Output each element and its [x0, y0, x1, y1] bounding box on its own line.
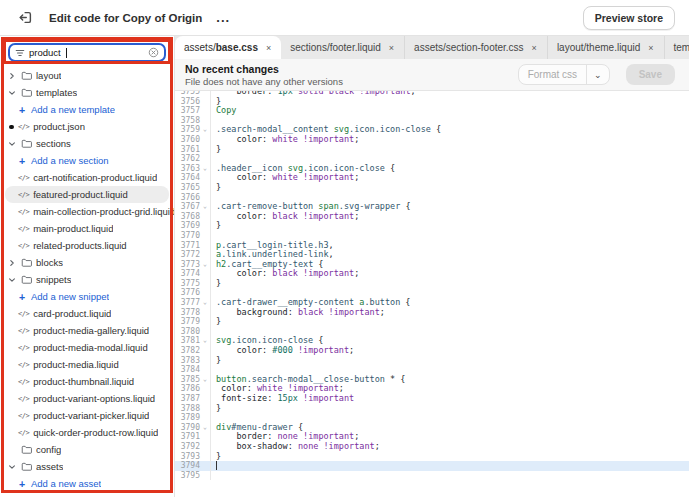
tree-item-label: product.json [33, 121, 85, 132]
fold-spacer [200, 241, 210, 251]
code-line-3775[interactable]: 3775} [175, 279, 689, 289]
line-number: 3768 [175, 212, 200, 222]
tree-folder-layout[interactable]: layout [0, 67, 174, 84]
tree-file-featured-product-liquid[interactable]: </>featured-product.liquid [5, 186, 169, 203]
clear-search-button[interactable] [148, 47, 159, 58]
line-number: 3793 [175, 452, 200, 462]
code-line-3761[interactable]: 3761} [175, 145, 689, 155]
file-tree: layouttemplates+Add a new template</>pro… [0, 67, 174, 492]
tab-assets-base-css[interactable]: assets/base.css× [175, 36, 281, 59]
chevron-down-icon[interactable]: ⌄ [586, 65, 609, 84]
code-line-3783[interactable]: 3783} [175, 356, 689, 366]
preview-store-button[interactable]: Preview store [583, 6, 675, 30]
tab-close-icon[interactable]: × [388, 43, 395, 53]
tree-file-product-variant-picker-liquid[interactable]: </>product-variant-picker.liquid [0, 407, 174, 424]
tab-sections-footer-liquid[interactable]: sections/footer.liquid× [281, 36, 405, 59]
more-actions-button[interactable]: ... [210, 12, 236, 24]
search-input[interactable]: product [8, 43, 166, 62]
tree-add-add-a-new-asset[interactable]: +Add a new asset [0, 475, 174, 492]
code-line-3765[interactable]: 3765} [175, 183, 689, 193]
line-number: 3790 [175, 423, 200, 433]
tab-close-icon[interactable]: × [647, 43, 654, 53]
tree-file-product-media-modal-liquid[interactable]: </>product-media-modal.liquid [0, 339, 174, 356]
code-text: color: white !important; [216, 173, 359, 183]
tree-file-cart-notification-product-liquid[interactable]: </>cart-notification-product.liquid [0, 169, 174, 186]
code-text: } [216, 317, 221, 327]
gutter: 3782 [175, 346, 211, 356]
tree-file-main-collection-product-grid-liquid[interactable]: </>main-collection-product-grid.liquid [0, 203, 174, 220]
fold-toggle-icon[interactable]: ⌄ [200, 298, 210, 308]
tree-file-quick-order-product-row-liquid[interactable]: </>quick-order-product-row.liquid [0, 424, 174, 441]
tree-folder-blocks[interactable]: blocks [0, 254, 174, 271]
code-line-3793[interactable]: 3793} [175, 452, 689, 462]
code-text: color: black !important; [216, 269, 359, 279]
fold-toggle-icon[interactable]: ⌄ [200, 375, 210, 385]
code-line-3792[interactable]: 3792 box-shadow: none !important; [175, 442, 689, 452]
format-css-button[interactable]: Format css ⌄ [518, 64, 610, 85]
tree-file-card-product-liquid[interactable]: </>card-product.liquid [0, 305, 174, 322]
tree-file-related-products-liquid[interactable]: </>related-products.liquid [0, 237, 174, 254]
tree-folder-templates[interactable]: templates [0, 84, 174, 101]
code-line-3788[interactable]: 3788} [175, 404, 689, 414]
code-line-3764[interactable]: 3764 color: white !important; [175, 173, 689, 183]
fold-spacer [200, 193, 210, 203]
tree-add-add-a-new-section[interactable]: +Add a new section [0, 152, 174, 169]
code-line-3769[interactable]: 3769} [175, 221, 689, 231]
fold-spacer [200, 250, 210, 260]
tree-file-product-json[interactable]: </>product.json [0, 118, 174, 135]
search-wrap: product [0, 36, 174, 64]
tree-folder-snippets[interactable]: snippets [0, 271, 174, 288]
version-info: No recent changes File does not have any… [185, 63, 343, 87]
fold-toggle-icon[interactable]: ⌄ [200, 260, 210, 270]
tree-file-product-media-liquid[interactable]: </>product-media.liquid [0, 356, 174, 373]
line-number: 3763 [175, 164, 200, 174]
fold-toggle-icon[interactable]: ⌄ [200, 336, 210, 346]
fold-toggle-icon[interactable]: ⌄ [200, 202, 210, 212]
fold-spacer [200, 97, 210, 107]
tree-folder-sections[interactable]: sections [0, 135, 174, 152]
page-title: Edit code for Copy of Origin [49, 12, 202, 24]
tree-item-label: cart-notification-product.liquid [33, 172, 157, 183]
exit-code-editor-button[interactable] [16, 8, 35, 27]
tab-close-icon[interactable]: × [265, 43, 272, 53]
tab-assets-section-footer-css[interactable]: assets/section-footer.css× [405, 36, 548, 59]
fold-toggle-icon[interactable]: ⌄ [200, 125, 210, 135]
code-line-3760[interactable]: 3760 color: white !important; [175, 135, 689, 145]
code-text: background: black !important; [216, 308, 385, 318]
fold-spacer [200, 135, 210, 145]
tree-folder-config[interactable]: config [0, 441, 174, 458]
code-line-3756[interactable]: 3756} [175, 97, 689, 107]
code-line-3779[interactable]: 3779} [175, 317, 689, 327]
tree-folder-assets[interactable]: assets [0, 458, 174, 475]
tab-templates-cart-json[interactable]: templates/cart.json× [665, 36, 689, 59]
tree-file-product-thumbnail-liquid[interactable]: </>product-thumbnail.liquid [0, 373, 174, 390]
tree-item-label: quick-order-product-row.liquid [33, 427, 158, 438]
tab-layout-theme-liquid[interactable]: layout/theme.liquid× [548, 36, 665, 59]
fold-toggle-icon[interactable]: ⌄ [200, 423, 210, 433]
code-line-3795[interactable]: 3795 [175, 471, 689, 481]
code-text: Copy [216, 106, 236, 116]
code-line-3778[interactable]: 3778 background: black !important; [175, 308, 689, 318]
fold-toggle-icon[interactable]: ⌄ [200, 164, 210, 174]
tree-add-add-a-new-snippet[interactable]: +Add a new snippet [0, 288, 174, 305]
code-text: } [216, 356, 221, 366]
tree-file-product-variant-options-liquid[interactable]: </>product-variant-options.liquid [0, 390, 174, 407]
tree-add-add-a-new-template[interactable]: +Add a new template [0, 101, 174, 118]
code-editor[interactable]: 3755 border: 1px solid black !important;… [175, 91, 689, 497]
tree-file-product-media-gallery-liquid[interactable]: </>product-media-gallery.liquid [0, 322, 174, 339]
tree-file-main-product-liquid[interactable]: </>main-product.liquid [0, 220, 174, 237]
code-line-3782[interactable]: 3782 color: #000 !important; [175, 346, 689, 356]
folder-icon [21, 70, 32, 81]
code-line-3774[interactable]: 3774 color: black !important; [175, 269, 689, 279]
code-line-3757[interactable]: 3757Copy [175, 106, 689, 116]
gutter: 3783 [175, 356, 211, 366]
tab-close-icon[interactable]: × [531, 43, 538, 53]
code-line-3794[interactable]: 3794 [175, 461, 689, 471]
gutter: 3765 [175, 183, 211, 193]
text-cursor [66, 48, 67, 58]
save-button[interactable]: Save [626, 64, 675, 85]
line-number: 3778 [175, 308, 200, 318]
code-line-3787[interactable]: 3787 font-size: 15px !important [175, 394, 689, 404]
folder-icon [21, 138, 32, 149]
code-line-3768[interactable]: 3768 color: black !important; [175, 212, 689, 222]
